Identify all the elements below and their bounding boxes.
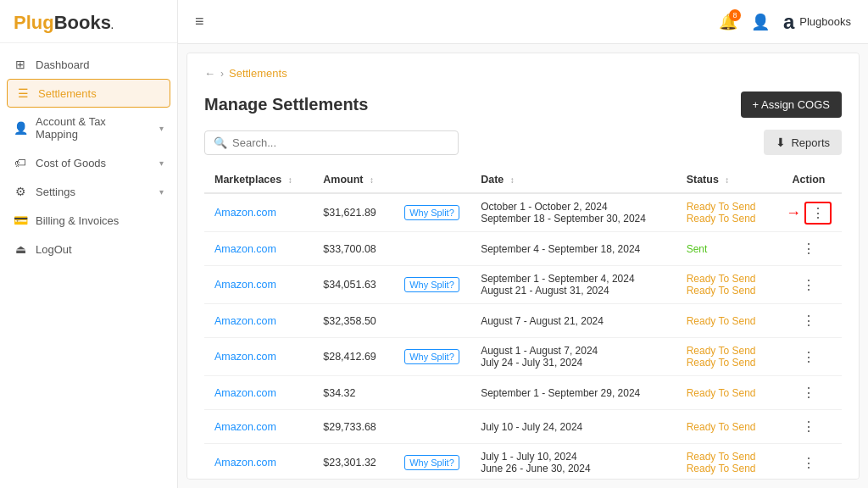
date-cell: August 1 - August 7, 2024July 24 - July …: [470, 338, 676, 376]
notification-button[interactable]: 🔔 8: [719, 13, 737, 31]
sidebar-item-logout[interactable]: ⏏ LogOut: [0, 235, 177, 263]
amazon-logo: a Plugbooks: [783, 10, 851, 34]
amazon-icon: a: [783, 10, 794, 34]
logo: PlugBooks.: [0, 0, 177, 43]
col-status: Status ↕: [676, 167, 776, 193]
action-menu-button[interactable]: ⋮: [797, 347, 821, 367]
hamburger-menu[interactable]: ≡: [195, 13, 204, 30]
search-icon: 🔍: [214, 136, 227, 149]
marketplace-link[interactable]: Amazon.com: [214, 279, 276, 291]
amount-cell: $28,412.69: [313, 338, 394, 376]
status-cell: Sent: [676, 232, 776, 266]
date-line-1: August 1 - August 7, 2024: [481, 345, 666, 357]
topbar-left: ≡: [195, 13, 204, 30]
date-cell: July 1 - July 10, 2024June 26 - June 30,…: [470, 444, 676, 480]
arrow-annotation: →: [786, 204, 801, 222]
reports-button[interactable]: ⬇ Reports: [764, 130, 842, 155]
settlements-table: Marketplaces ↕ Amount ↕ Date ↕: [204, 167, 842, 480]
marketplace-link[interactable]: Amazon.com: [214, 421, 276, 433]
notification-badge: 8: [729, 9, 741, 21]
table-container: Marketplaces ↕ Amount ↕ Date ↕: [204, 167, 842, 480]
why-split-cell: Why Split?: [394, 338, 470, 376]
table-row: Amazon.com$28,412.69Why Split?August 1 -…: [204, 338, 842, 376]
date-line-2: June 26 - June 30, 2024: [481, 463, 666, 474]
marketplace-link[interactable]: Amazon.com: [214, 207, 276, 219]
logo-dot: .: [111, 21, 114, 30]
toolbar: 🔍 ⬇ Reports: [204, 130, 842, 155]
why-split-cell: [394, 410, 470, 444]
sidebar-item-dashboard[interactable]: ⊞ Dashboard: [0, 50, 177, 79]
status-cell: Ready To SendReady To Send: [676, 193, 776, 232]
assign-cogs-button[interactable]: + Assign COGS: [741, 92, 842, 118]
date-line-1: August 7 - August 21, 2024: [481, 315, 666, 327]
sidebar-item-cost-of-goods[interactable]: 🏷 Cost of Goods ▾: [0, 148, 177, 177]
col-marketplaces: Marketplaces ↕: [204, 167, 313, 193]
amount-cell: $23,301.32: [313, 444, 394, 480]
marketplace-link[interactable]: Amazon.com: [214, 315, 276, 327]
date-cell: July 10 - July 24, 2024: [470, 410, 676, 444]
sidebar-item-settlements[interactable]: ☰ Settlements: [7, 79, 170, 108]
sidebar: PlugBooks. ⊞ Dashboard ☰ Settlements 👤 A…: [0, 0, 178, 488]
sort-icon[interactable]: ↕: [288, 175, 292, 185]
sidebar-item-account-tax[interactable]: 👤 Account & Tax Mapping ▾: [0, 108, 177, 148]
table-row: Amazon.com$23,301.32Why Split?July 1 - J…: [204, 444, 842, 480]
sidebar-item-billing[interactable]: 💳 Billing & Invoices: [0, 206, 177, 235]
table-row: Amazon.com$34.32September 1 - September …: [204, 376, 842, 410]
status-badge: Ready To Send: [687, 387, 765, 399]
status-badge: Ready To Send: [687, 285, 765, 297]
reports-label: Reports: [791, 136, 830, 149]
dashboard-icon: ⊞: [14, 58, 27, 71]
action-menu-button[interactable]: ⋮: [797, 383, 821, 402]
action-cell: ⋮: [776, 304, 842, 338]
status-cell: Ready To SendReady To Send: [676, 444, 776, 480]
col-why-split: [394, 167, 470, 193]
user-icon[interactable]: 👤: [751, 13, 770, 31]
table-body: Amazon.com$31,621.89Why Split?October 1 …: [204, 193, 842, 480]
date-line-1: July 1 - July 10, 2024: [481, 451, 666, 463]
search-input[interactable]: [232, 136, 449, 149]
amount-cell: $34.32: [313, 376, 394, 410]
action-menu-button[interactable]: ⋮: [797, 453, 821, 473]
col-amount: Amount ↕: [313, 167, 394, 193]
amount-cell: $31,621.89: [313, 193, 394, 232]
breadcrumb: ← › Settlements: [204, 67, 842, 80]
why-split-button[interactable]: Why Split?: [404, 205, 459, 220]
date-cell: October 1 - October 2, 2024September 18 …: [470, 193, 676, 232]
marketplace-link[interactable]: Amazon.com: [214, 243, 276, 255]
sidebar-item-label: LogOut: [36, 243, 72, 256]
action-menu-button[interactable]: ⋮: [797, 417, 821, 436]
action-menu-button[interactable]: ⋮: [804, 202, 832, 225]
action-menu-button[interactable]: ⋮: [797, 311, 821, 330]
action-cell: ⋮: [776, 232, 842, 266]
marketplace-link[interactable]: Amazon.com: [214, 387, 276, 399]
chevron-down-icon: ▾: [159, 187, 164, 197]
date-line-1: September 1 - September 29, 2024: [481, 387, 666, 399]
action-menu-button[interactable]: ⋮: [797, 239, 821, 258]
marketplace-link[interactable]: Amazon.com: [214, 351, 276, 363]
action-menu-button[interactable]: ⋮: [797, 275, 821, 295]
breadcrumb-link[interactable]: Settlements: [229, 67, 287, 80]
sidebar-item-settings[interactable]: ⚙ Settings ▾: [0, 177, 177, 206]
why-split-button[interactable]: Why Split?: [404, 455, 459, 470]
sort-icon[interactable]: ↕: [510, 175, 515, 185]
table-row: Amazon.com$32,358.50August 7 - August 21…: [204, 304, 842, 338]
marketplace-link[interactable]: Amazon.com: [214, 457, 276, 469]
sort-icon[interactable]: ↕: [725, 175, 729, 185]
page-area: ← › Settlements Manage Settlements + Ass…: [186, 53, 860, 480]
date-cell: September 4 - September 18, 2024: [470, 232, 676, 266]
amount-cell: $29,733.68: [313, 410, 394, 444]
logout-icon: ⏏: [14, 242, 27, 256]
download-icon: ⬇: [776, 136, 786, 149]
why-split-button[interactable]: Why Split?: [404, 277, 459, 292]
breadcrumb-separator: ›: [220, 68, 224, 80]
action-cell: ⋮: [776, 410, 842, 444]
why-split-button[interactable]: Why Split?: [404, 349, 459, 364]
status-badge: Ready To Send: [687, 451, 765, 463]
status-badge: Ready To Send: [687, 463, 765, 474]
table-header-row: Marketplaces ↕ Amount ↕ Date ↕: [204, 167, 842, 193]
page-title: Manage Settlements: [204, 95, 368, 114]
main-content: ≡ 🔔 8 👤 a Plugbooks ← › Settlements: [178, 0, 868, 488]
topbar-right: 🔔 8 👤 a Plugbooks: [719, 10, 851, 34]
back-arrow-icon[interactable]: ←: [204, 67, 215, 80]
sort-icon[interactable]: ↕: [370, 175, 374, 185]
